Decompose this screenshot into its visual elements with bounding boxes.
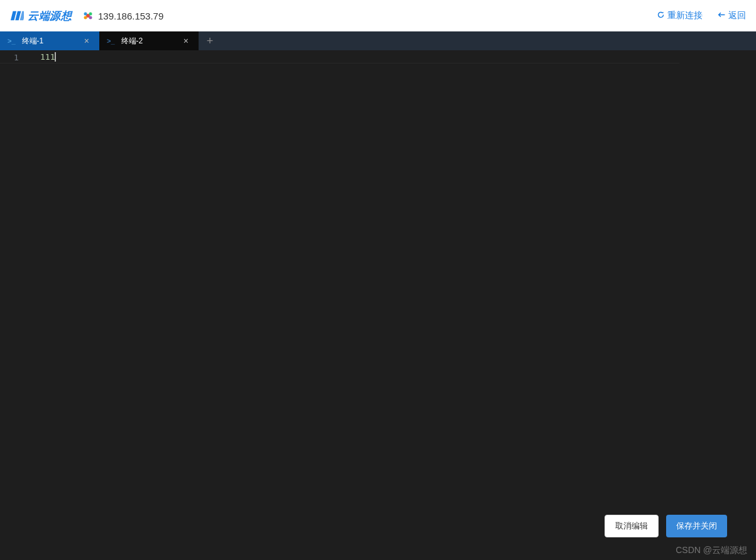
line-content[interactable]: 111 — [33, 52, 56, 62]
reconnect-label: 重新连接 — [667, 10, 703, 21]
editor-line: 1 111 — [0, 50, 756, 63]
footer-buttons: 取消编辑 保存并关闭 — [605, 515, 727, 537]
back-button[interactable]: 返回 — [718, 10, 746, 21]
back-arrow-icon — [718, 11, 726, 21]
close-icon[interactable]: × — [181, 36, 191, 46]
add-tab-button[interactable]: + — [199, 31, 221, 50]
reconnect-button[interactable]: 重新连接 — [657, 10, 703, 21]
save-button[interactable]: 保存并关闭 — [666, 515, 727, 537]
back-label: 返回 — [728, 10, 746, 21]
editor-area[interactable]: 1 111 — [0, 50, 756, 560]
server-info: 139.186.153.79 — [83, 11, 163, 21]
logo[interactable]: 云端源想 — [10, 9, 72, 23]
logo-text: 云端源想 — [28, 9, 72, 23]
header-right: 重新连接 返回 — [657, 10, 746, 21]
server-icon — [83, 11, 93, 21]
tab-bar: >_ 终端-1 × >_ 终端-2 × + — [0, 31, 756, 50]
logo-icon — [10, 9, 24, 23]
text-cursor — [55, 52, 56, 62]
header-bar: 云端源想 139.186.153.79 重 — [0, 0, 756, 31]
terminal-prompt-icon: >_ — [107, 37, 115, 45]
server-ip: 139.186.153.79 — [98, 11, 163, 21]
tab-label: 终端-1 — [22, 36, 75, 47]
svg-point-1 — [84, 13, 87, 16]
cancel-button[interactable]: 取消编辑 — [605, 515, 659, 537]
tab-terminal-2[interactable]: >_ 终端-2 × — [99, 31, 199, 50]
header-left: 云端源想 139.186.153.79 — [10, 9, 163, 23]
svg-point-4 — [89, 16, 92, 19]
tab-label: 终端-2 — [121, 36, 175, 47]
line-number: 1 — [0, 53, 33, 62]
svg-point-3 — [84, 16, 87, 19]
terminal-prompt-icon: >_ — [8, 37, 16, 45]
close-icon[interactable]: × — [82, 36, 92, 46]
editor-divider — [0, 63, 679, 63]
watermark: CSDN @云端源想 — [676, 545, 747, 556]
tab-terminal-1[interactable]: >_ 终端-1 × — [0, 31, 99, 50]
svg-point-2 — [89, 13, 92, 16]
refresh-icon — [657, 11, 665, 21]
